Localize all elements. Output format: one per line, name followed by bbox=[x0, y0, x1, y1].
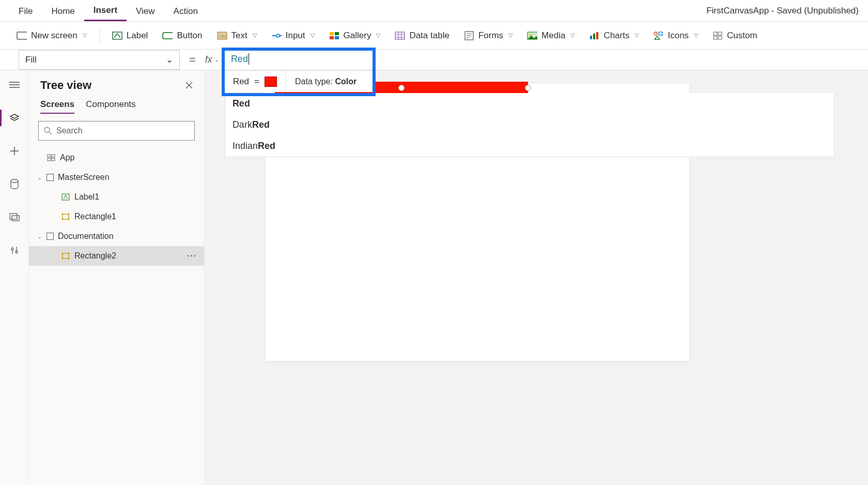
data-table-button[interactable]: Data table bbox=[390, 27, 455, 44]
svg-rect-9 bbox=[335, 32, 339, 35]
svg-rect-11 bbox=[335, 36, 339, 39]
custom-button[interactable]: Custom bbox=[707, 27, 763, 44]
media-icon bbox=[527, 32, 537, 40]
layers-icon bbox=[9, 113, 20, 123]
input-button[interactable]: Input ▽ bbox=[266, 27, 320, 44]
chevron-down-icon: ▽ bbox=[570, 32, 575, 39]
chevron-down-icon: ⌄ bbox=[37, 174, 42, 181]
svg-rect-38 bbox=[10, 214, 17, 219]
chevron-down-icon: ▽ bbox=[253, 32, 257, 39]
svg-point-46 bbox=[44, 127, 50, 132]
svg-point-43 bbox=[16, 251, 18, 253]
tree-node-label: MasterScreen bbox=[58, 173, 110, 182]
svg-rect-50 bbox=[48, 158, 51, 161]
text-label: Text bbox=[231, 31, 247, 41]
menu-home[interactable]: Home bbox=[42, 1, 84, 21]
chevron-down-icon: ▽ bbox=[376, 32, 380, 39]
rectangle-icon bbox=[61, 252, 70, 260]
insert-ribbon: New screen ▽ Label Button Abc Text ▽ Inp… bbox=[0, 22, 868, 50]
screen-icon bbox=[17, 32, 27, 40]
svg-point-41 bbox=[11, 248, 13, 250]
svg-rect-23 bbox=[590, 36, 592, 39]
svg-rect-30 bbox=[714, 36, 717, 39]
tree-node-masterscreen[interactable]: ⌄ MasterScreen bbox=[29, 168, 204, 187]
rectangle-icon bbox=[61, 213, 70, 221]
rail-hamburger[interactable] bbox=[4, 75, 25, 94]
forms-button[interactable]: Forms ▽ bbox=[459, 27, 518, 44]
selection-handle-middle[interactable] bbox=[398, 85, 405, 91]
data-type-label: Data type: bbox=[295, 77, 335, 86]
svg-rect-39 bbox=[12, 216, 19, 221]
app-icon bbox=[47, 154, 56, 162]
tree-search-input[interactable]: Search bbox=[38, 121, 195, 141]
new-screen-button[interactable]: New screen ▽ bbox=[11, 27, 92, 44]
charts-icon bbox=[589, 32, 599, 40]
property-selector[interactable]: Fill ⌄ bbox=[19, 50, 180, 70]
more-options-button[interactable]: ··· bbox=[187, 251, 197, 261]
tree-node-rectangle1[interactable]: Rectangle1 bbox=[29, 207, 204, 226]
fx-button[interactable]: fx⌄ bbox=[205, 54, 222, 65]
rail-media[interactable] bbox=[4, 208, 25, 226]
chevron-down-icon: ▽ bbox=[311, 32, 315, 39]
charts-button[interactable]: Charts ▽ bbox=[584, 27, 644, 44]
autocomplete-option[interactable]: IndianRed bbox=[225, 135, 834, 157]
selection-handle-right[interactable] bbox=[525, 85, 531, 91]
tree-node-label1[interactable]: Label1 bbox=[29, 187, 204, 207]
menu-file[interactable]: File bbox=[9, 1, 42, 21]
menu-view[interactable]: View bbox=[127, 1, 164, 21]
autocomplete-option[interactable]: Red bbox=[225, 93, 834, 114]
tree-list: App ⌄ MasterScreen Label1 Rectangle1 ⌄ D… bbox=[29, 146, 204, 268]
tree-node-app[interactable]: App bbox=[29, 148, 204, 168]
formula-input[interactable]: Red bbox=[225, 51, 865, 67]
media-button[interactable]: Media ▽ bbox=[522, 27, 580, 44]
chevron-down-icon: ⌄ bbox=[214, 57, 219, 63]
icons-button[interactable]: Icons ▽ bbox=[648, 27, 703, 44]
svg-point-60 bbox=[68, 253, 70, 254]
svg-rect-8 bbox=[330, 32, 334, 35]
menu-insert[interactable]: Insert bbox=[84, 0, 127, 21]
rail-tree-view[interactable] bbox=[4, 109, 25, 127]
formula-result: Red = bbox=[225, 71, 286, 92]
tools-icon bbox=[10, 246, 19, 255]
close-panel-button[interactable] bbox=[185, 82, 193, 89]
tree-node-documentation[interactable]: ⌄ Documentation bbox=[29, 226, 204, 246]
menu-action[interactable]: Action bbox=[164, 1, 207, 21]
app-title: FirstCanvasApp - Saved (Unpublished) bbox=[706, 6, 859, 16]
autocomplete-option[interactable]: DarkRed bbox=[225, 114, 834, 135]
rail-insert[interactable] bbox=[4, 142, 25, 160]
hamburger-icon bbox=[9, 81, 20, 88]
svg-point-56 bbox=[62, 219, 64, 220]
tree-tabs: Screens Components bbox=[29, 95, 204, 114]
tree-node-label: App bbox=[60, 153, 74, 162]
button-icon bbox=[162, 32, 173, 40]
left-rail bbox=[0, 70, 29, 485]
data-type-value: Color bbox=[335, 77, 357, 86]
search-placeholder: Search bbox=[56, 126, 83, 135]
database-icon bbox=[10, 179, 19, 189]
chevron-down-icon: ⌄ bbox=[166, 54, 173, 65]
rail-advanced-tools[interactable] bbox=[4, 241, 25, 260]
gallery-button[interactable]: Gallery ▽ bbox=[324, 27, 386, 44]
button-button[interactable]: Button bbox=[157, 27, 207, 44]
autocomplete-popup: Red DarkRed IndianRed bbox=[225, 93, 834, 157]
tree-node-rectangle2[interactable]: Rectangle2 ··· bbox=[29, 246, 204, 266]
tab-components[interactable]: Components bbox=[86, 99, 135, 114]
tab-screens[interactable]: Screens bbox=[40, 99, 74, 114]
chevron-down-icon: ▽ bbox=[634, 32, 639, 39]
equals-sign: = bbox=[254, 77, 259, 87]
forms-icon bbox=[464, 32, 474, 40]
label-button[interactable]: Label bbox=[107, 27, 153, 44]
gallery-icon bbox=[329, 32, 339, 40]
text-icon: Abc bbox=[217, 32, 227, 40]
svg-point-55 bbox=[68, 214, 70, 215]
charts-label: Charts bbox=[603, 31, 629, 41]
text-button[interactable]: Abc Text ▽ bbox=[212, 27, 262, 44]
plus-icon bbox=[10, 146, 19, 156]
svg-point-62 bbox=[68, 258, 70, 260]
search-icon bbox=[44, 127, 52, 135]
chevron-down-icon: ▽ bbox=[83, 32, 87, 39]
rail-data[interactable] bbox=[4, 175, 25, 193]
chevron-down-icon: ▽ bbox=[694, 32, 698, 39]
icons-icon bbox=[653, 32, 663, 40]
svg-rect-24 bbox=[593, 34, 595, 39]
